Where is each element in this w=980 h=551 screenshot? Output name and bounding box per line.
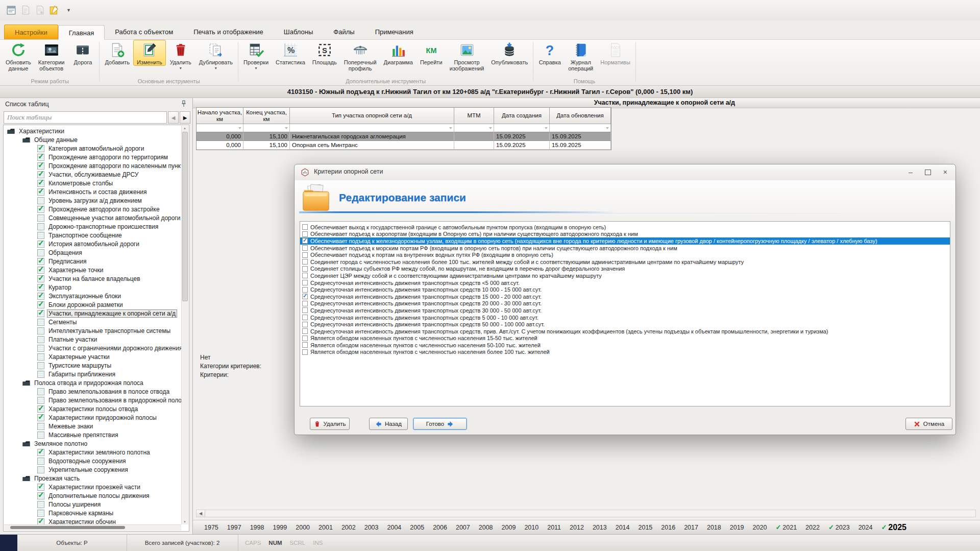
- tree-checkbox[interactable]: [37, 405, 44, 413]
- note-icon[interactable]: [49, 5, 59, 15]
- tree-checkbox[interactable]: [37, 345, 44, 352]
- criteria-checkbox[interactable]: [302, 273, 308, 278]
- year-tab[interactable]: 2010: [524, 524, 538, 531]
- tree-item[interactable]: Куратор: [5, 283, 181, 292]
- criteria-checkbox[interactable]: [302, 322, 308, 327]
- tab-2[interactable]: Главная: [58, 25, 105, 40]
- tree-checkbox[interactable]: [37, 241, 44, 248]
- criteria-checkbox[interactable]: [302, 224, 308, 230]
- tab-4[interactable]: Печать и отображение: [183, 25, 274, 39]
- tree-checkbox[interactable]: [37, 223, 44, 230]
- scroll-left-icon[interactable]: ◀: [197, 510, 205, 517]
- maximize-button[interactable]: [925, 170, 931, 175]
- tree-checkbox[interactable]: [37, 518, 44, 525]
- tree-item[interactable]: Прохождение автодороги по населенным пун…: [5, 161, 181, 170]
- tab-3[interactable]: Работа с объектом: [105, 25, 183, 39]
- dialog-title-bar[interactable]: Критерии опорной сети – ×: [295, 164, 955, 181]
- tree-checkbox[interactable]: [37, 180, 44, 187]
- criteria-checkbox[interactable]: [302, 342, 308, 348]
- tree-item[interactable]: Уровень загрузки а/д движением: [5, 196, 181, 205]
- year-tab[interactable]: ✓2025: [881, 523, 906, 532]
- cancel-button[interactable]: Отмена: [905, 418, 952, 430]
- year-tab[interactable]: 1999: [273, 524, 287, 531]
- filter-cell[interactable]: [243, 124, 290, 132]
- year-tab[interactable]: 2016: [661, 524, 675, 531]
- tree-item[interactable]: Водоотводные сооружения: [5, 457, 181, 465]
- tree-hscroll-thumb[interactable]: [10, 526, 125, 529]
- year-tab[interactable]: 2004: [387, 524, 402, 531]
- year-tab[interactable]: 2011: [547, 524, 561, 531]
- tree-item[interactable]: Характеристики полосы отвода: [5, 404, 181, 413]
- tree-item[interactable]: Межевые знаки: [5, 422, 181, 430]
- percent-grid-button[interactable]: %Статистика: [272, 40, 309, 65]
- criteria-item[interactable]: Является обходом населенных пунктов с чи…: [300, 342, 950, 349]
- tree-item[interactable]: Парковочные карманы: [5, 509, 181, 517]
- filter-cell[interactable]: [550, 124, 611, 132]
- tree-checkbox[interactable]: [37, 397, 44, 404]
- tree-checkbox[interactable]: [37, 449, 44, 456]
- tree-item[interactable]: Туристские маршруты: [5, 361, 181, 370]
- tree-checkbox[interactable]: [37, 414, 44, 421]
- year-tab[interactable]: 2000: [296, 524, 310, 531]
- table-row[interactable]: 0,00015,100Нижнетагильская городская агл…: [197, 132, 611, 141]
- criteria-item[interactable]: Является обходом населенных пунктов с чи…: [300, 349, 950, 356]
- tree-item[interactable]: Интенсивность и состав движения: [5, 187, 181, 196]
- filter-cell[interactable]: [197, 124, 243, 132]
- tree-item[interactable]: Предписания: [5, 257, 181, 266]
- refresh-button[interactable]: Обновитьданные: [2, 40, 35, 71]
- table-check-button[interactable]: Проверки▾: [240, 40, 272, 70]
- criteria-item[interactable]: Обеспечивает подъезд к портам на внутрен…: [300, 251, 950, 258]
- doc-gray2-icon[interactable]: [35, 5, 45, 15]
- criteria-item[interactable]: Среднесуточная интенсивность движения тр…: [300, 286, 950, 293]
- tree-horizontal-scrollbar[interactable]: [4, 524, 181, 531]
- tab-1[interactable]: Настройки: [4, 25, 58, 39]
- back-button[interactable]: Назад: [369, 418, 408, 430]
- criteria-item[interactable]: Среднесуточная интенсивность движения тр…: [300, 279, 950, 286]
- criteria-item[interactable]: Соединяет ЦЭР между собой и с соответств…: [300, 272, 950, 279]
- year-tab[interactable]: 1998: [250, 524, 264, 531]
- tree-folder[interactable]: Проезжая часть: [5, 474, 181, 483]
- tree-checkbox[interactable]: [37, 188, 44, 196]
- delete-button[interactable]: Удалить: [310, 418, 350, 430]
- year-tab[interactable]: ✓2021: [775, 523, 797, 531]
- tree-item[interactable]: Совмещенные участки автомобильной дороги: [5, 213, 181, 222]
- criteria-checkbox[interactable]: [302, 307, 308, 313]
- tree-checkbox[interactable]: [37, 214, 44, 222]
- tab-5[interactable]: Шаблоны: [274, 25, 324, 39]
- road-button[interactable]: Дорога: [68, 40, 97, 65]
- tree-folder[interactable]: Полоса отвода и придорожная полоса: [5, 378, 181, 387]
- cross-profile-button[interactable]: Поперечныйпрофиль: [340, 40, 380, 71]
- table-row[interactable]: 0,00015,100Опорная сеть Минтранс15.09.20…: [197, 141, 611, 150]
- tree-item[interactable]: Интеллектуальные транспортные системы: [5, 326, 181, 335]
- qat-dropdown-icon[interactable]: ▼: [66, 8, 71, 13]
- tree-item[interactable]: Участки, обслуживаемые ДРСУ: [5, 170, 181, 179]
- filter-cell[interactable]: [494, 124, 550, 132]
- tree-checkbox[interactable]: [37, 492, 44, 499]
- criteria-checkbox[interactable]: [302, 349, 308, 355]
- tree-item[interactable]: Характерные участки: [5, 352, 181, 361]
- criteria-item[interactable]: Среднесуточная интенсивность движения тр…: [300, 321, 950, 328]
- tree-scroll-thumb[interactable]: [182, 132, 188, 301]
- criteria-checkbox[interactable]: [302, 294, 308, 299]
- criteria-checkbox[interactable]: [302, 336, 308, 341]
- criteria-item[interactable]: Среднесуточная интенсивность движения тр…: [300, 307, 950, 314]
- year-tab[interactable]: 2013: [593, 524, 607, 531]
- journal-button[interactable]: Журналопераций: [565, 40, 597, 71]
- tree-item[interactable]: Обращения: [5, 248, 181, 257]
- tree-item[interactable]: Прохождение автодороги по застройке: [5, 205, 181, 213]
- year-tab[interactable]: 2012: [570, 524, 584, 531]
- year-tab[interactable]: 2005: [410, 524, 424, 531]
- year-tab[interactable]: 2014: [616, 524, 630, 531]
- column-header[interactable]: МТМ: [454, 108, 494, 124]
- year-tab[interactable]: 2007: [456, 524, 470, 531]
- criteria-item[interactable]: Обеспечивает подъезд к морским портам РФ…: [300, 245, 950, 252]
- year-tab[interactable]: 2017: [684, 524, 698, 531]
- tree-checkbox[interactable]: [37, 232, 44, 239]
- filter-cell[interactable]: [454, 124, 494, 132]
- tree-vertical-scrollbar[interactable]: ▲ ▼: [181, 126, 188, 524]
- gost-button[interactable]: ГОСТНормативы: [597, 40, 634, 65]
- criteria-item[interactable]: Среднесуточная интенсивность движения тр…: [300, 314, 950, 321]
- tree-item[interactable]: Полосы уширения: [5, 500, 181, 509]
- tree-item[interactable]: Участки с ограничениями дорожного движен…: [5, 344, 181, 352]
- criteria-item[interactable]: Соединяет столицы субъектов РФ между соб…: [300, 266, 950, 273]
